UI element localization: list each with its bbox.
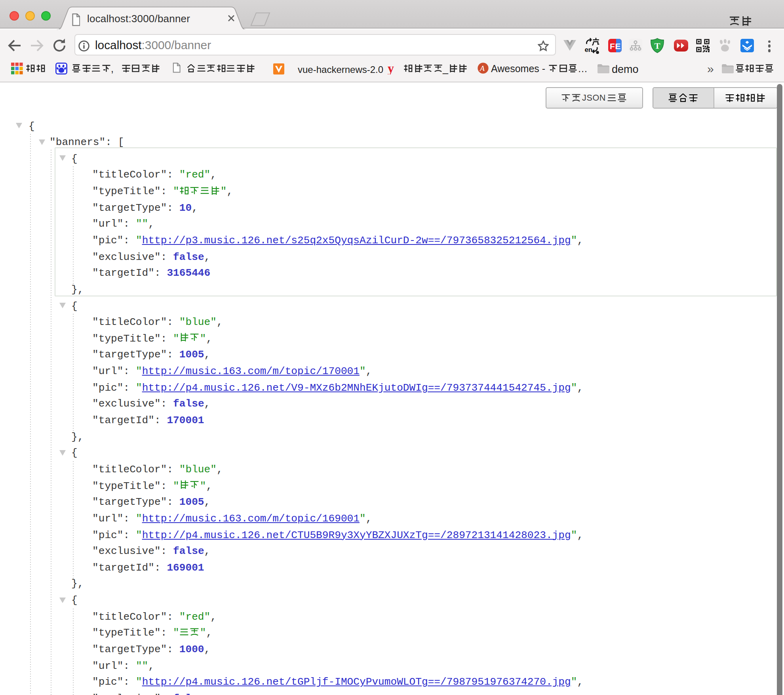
svg-text:F: F xyxy=(609,42,615,51)
svg-text:E: E xyxy=(615,42,620,51)
svg-text:en: en xyxy=(584,46,592,53)
svg-text:y: y xyxy=(388,62,394,74)
svg-text:T: T xyxy=(655,41,660,51)
svg-text:A: A xyxy=(479,64,485,73)
